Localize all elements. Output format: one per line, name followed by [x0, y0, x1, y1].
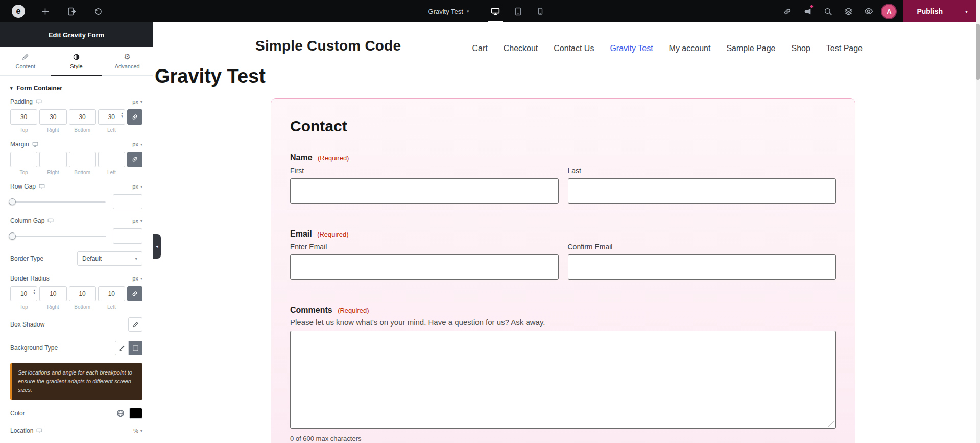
border-radius-right-input[interactable]	[39, 286, 66, 301]
scrollbar-thumb[interactable]	[976, 24, 980, 80]
stepper-arrows[interactable]: ▲▼	[121, 112, 124, 118]
padding-right-input[interactable]	[39, 109, 66, 125]
section-form-container[interactable]: ▾ Form Container	[0, 76, 153, 98]
elementor-panel: Edit Gravity Form Content Style ⚙ Advanc…	[0, 22, 153, 443]
slider-knob[interactable]	[9, 232, 16, 240]
device-desktop-button[interactable]	[484, 0, 507, 22]
margin-right-input[interactable]	[39, 152, 66, 167]
row-gap-unit-select[interactable]: px ▾	[132, 183, 142, 190]
tab-content[interactable]: Content	[0, 47, 51, 75]
margin-bottom-input[interactable]	[69, 152, 96, 167]
first-name-input[interactable]	[290, 178, 559, 204]
finder-search-button[interactable]	[818, 0, 838, 22]
column-gap-unit-select[interactable]: px ▾	[132, 218, 142, 224]
style-icon	[73, 53, 80, 61]
nav-link-test-page[interactable]: Test Page	[826, 44, 863, 53]
padding-top-input[interactable]	[10, 109, 37, 125]
tab-advanced[interactable]: ⚙ Advanced	[102, 47, 153, 75]
monitor-icon[interactable]	[47, 218, 54, 224]
nav-link-contact-us[interactable]: Contact Us	[554, 44, 594, 53]
whats-new-button[interactable]	[797, 0, 818, 22]
add-element-button[interactable]	[35, 0, 55, 22]
nav-link-sample-page[interactable]: Sample Page	[726, 44, 775, 53]
panel-header: Edit Gravity Form	[0, 22, 153, 47]
nav-link-checkout[interactable]: Checkout	[504, 44, 538, 53]
topbar-left-group: e	[0, 0, 108, 22]
column-gap-slider[interactable]	[10, 236, 106, 237]
search-icon	[824, 7, 832, 16]
scrollbar-track[interactable]	[976, 0, 980, 443]
row-gap-input[interactable]	[113, 194, 142, 209]
gravity-form-container[interactable]: Contact Name (Required) First Last E	[271, 98, 855, 443]
nav-link-cart[interactable]: Cart	[472, 44, 487, 53]
comments-field-group: Comments (Required) Please let us know w…	[290, 306, 836, 442]
monitor-icon[interactable]	[32, 141, 38, 147]
character-counter: 0 of 600 max characters	[290, 435, 836, 442]
comments-textarea[interactable]	[290, 331, 836, 429]
device-tablet-button[interactable]	[507, 0, 529, 22]
nav-link-shop[interactable]: Shop	[791, 44, 810, 53]
border-type-select[interactable]: Default ▾	[77, 251, 142, 266]
box-shadow-edit-button[interactable]	[128, 317, 142, 332]
chain-icon	[131, 290, 138, 297]
dim-label: Right	[47, 127, 59, 133]
margin-top-input[interactable]	[10, 152, 37, 167]
structure-button[interactable]	[838, 0, 858, 22]
dim-label: Left	[107, 127, 116, 133]
margin-unit-select[interactable]: px ▾	[132, 141, 142, 147]
background-classic-button[interactable]	[115, 341, 129, 355]
nav-link-my-account[interactable]: My account	[669, 44, 711, 53]
publish-button[interactable]: Publish	[903, 0, 957, 22]
enter-email-input[interactable]	[290, 254, 559, 280]
stepper-arrows[interactable]: ▲▼	[33, 289, 36, 295]
border-radius-control: Border Radius px ▾ ▲▼ Top Right Bottom L…	[0, 275, 153, 310]
column-gap-control: Column Gap px ▾	[0, 217, 153, 244]
dim-label: Top	[20, 304, 28, 310]
device-switcher	[484, 0, 552, 22]
user-avatar[interactable]: A	[882, 5, 896, 18]
nav-link-gravity-test[interactable]: Gravity Test	[610, 44, 653, 53]
name-field-label: Name	[290, 153, 313, 162]
preview-changes-button[interactable]	[61, 0, 82, 22]
color-swatch[interactable]	[129, 408, 142, 419]
column-gap-label: Column Gap	[10, 217, 44, 224]
panel-title: Edit Gravity Form	[49, 31, 104, 39]
padding-unit-select[interactable]: px ▾	[132, 99, 142, 105]
column-gap-input[interactable]	[113, 228, 142, 244]
history-button[interactable]	[88, 0, 108, 22]
margin-left-input[interactable]	[98, 152, 125, 167]
monitor-icon[interactable]	[36, 428, 42, 434]
padding-bottom-input[interactable]	[69, 109, 96, 125]
background-gradient-button[interactable]	[129, 341, 142, 355]
border-radius-left-input[interactable]	[98, 286, 125, 301]
row-gap-control: Row Gap px ▾	[0, 183, 153, 209]
row-gap-slider[interactable]	[10, 201, 106, 203]
link-button[interactable]	[777, 0, 797, 22]
border-type-label: Border Type	[10, 255, 43, 262]
confirm-email-input[interactable]	[568, 254, 836, 280]
site-title[interactable]: Simple Custom Code	[255, 38, 401, 54]
publish-options-button[interactable]: ▾	[957, 0, 976, 22]
globe-icon	[116, 409, 125, 418]
chevron-down-icon: ▾	[135, 256, 137, 261]
monitor-icon[interactable]	[36, 99, 42, 105]
document-name: Gravity Test	[428, 8, 463, 15]
global-colors-button[interactable]	[116, 409, 125, 418]
tab-style[interactable]: Style	[51, 47, 102, 75]
last-name-input[interactable]	[568, 178, 836, 204]
border-radius-link-values-button[interactable]	[127, 286, 142, 301]
location-unit-select[interactable]: % ▾	[133, 428, 142, 434]
device-mobile-button[interactable]	[529, 0, 552, 22]
dim-label: Left	[107, 170, 116, 175]
elementor-menu-button[interactable]: e	[8, 0, 29, 22]
document-switcher[interactable]: Gravity Test ▾	[428, 0, 469, 22]
border-radius-unit-select[interactable]: px ▾	[132, 275, 142, 282]
panel-collapse-handle[interactable]: ◂	[153, 234, 161, 259]
dim-label: Top	[20, 127, 28, 133]
monitor-icon[interactable]	[39, 183, 45, 190]
margin-link-values-button[interactable]	[127, 152, 142, 167]
border-radius-bottom-input[interactable]	[69, 286, 96, 301]
preview-button[interactable]	[858, 0, 879, 22]
padding-link-values-button[interactable]	[127, 109, 142, 125]
slider-knob[interactable]	[9, 198, 16, 205]
